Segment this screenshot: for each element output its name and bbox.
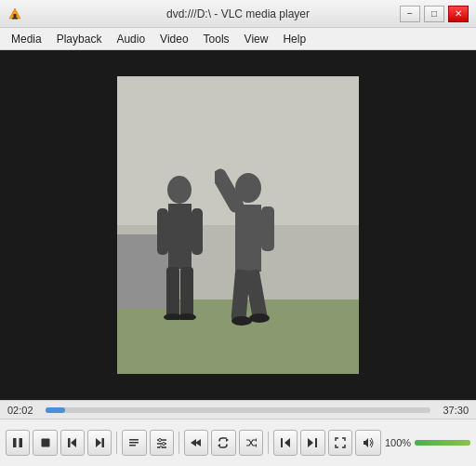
window-title: dvd:///D:\ - VLC media player: [166, 7, 310, 20]
maximize-button[interactable]: □: [424, 6, 444, 22]
current-time: 02:02: [7, 405, 40, 416]
svg-rect-7: [166, 267, 179, 318]
svg-marker-42: [284, 438, 290, 447]
extended-settings-button[interactable]: [150, 430, 174, 456]
svg-rect-8: [180, 267, 193, 318]
volume-button[interactable]: [355, 430, 381, 456]
controls-bar: 100%: [0, 419, 476, 465]
svg-marker-22: [71, 438, 76, 447]
svg-rect-19: [13, 438, 17, 447]
menu-view[interactable]: View: [237, 31, 276, 47]
fullscreen-button[interactable]: [328, 430, 352, 456]
svg-marker-36: [191, 439, 196, 446]
fullscreen-icon: [335, 437, 346, 448]
window-controls: − □ ✕: [400, 6, 469, 22]
svg-point-10: [178, 313, 196, 320]
prev-icon: [67, 437, 78, 448]
shuffle-button[interactable]: [239, 430, 263, 456]
svg-rect-5: [157, 208, 168, 255]
shuffle-icon: [245, 437, 257, 448]
svg-rect-23: [68, 438, 71, 447]
vlc-logo-icon: [7, 7, 22, 21]
svg-point-17: [231, 316, 252, 326]
next-icon: [94, 437, 105, 448]
svg-rect-14: [261, 206, 274, 251]
title-left: [7, 7, 22, 21]
svg-rect-43: [315, 438, 317, 447]
volume-bar[interactable]: [415, 440, 470, 446]
menu-playback[interactable]: Playback: [49, 31, 110, 47]
figure-left-svg: [150, 148, 210, 320]
rewind-icon: [191, 437, 202, 448]
svg-rect-27: [129, 442, 139, 444]
svg-rect-11: [235, 205, 261, 272]
svg-rect-28: [129, 445, 136, 446]
svg-point-30: [158, 438, 161, 441]
svg-marker-38: [218, 444, 220, 447]
rewind-button[interactable]: [184, 430, 208, 456]
pause-icon: [12, 437, 23, 448]
close-button[interactable]: ✕: [448, 6, 469, 22]
svg-rect-3: [168, 204, 192, 269]
svg-rect-2: [12, 18, 18, 20]
volume-label: 100%: [385, 437, 411, 448]
svg-rect-1: [14, 14, 17, 18]
minimize-button[interactable]: −: [400, 6, 420, 22]
menu-video[interactable]: Video: [152, 31, 195, 47]
svg-rect-21: [41, 438, 49, 446]
svg-rect-41: [281, 438, 283, 447]
total-time: 37:30: [436, 405, 469, 416]
svg-marker-39: [256, 438, 257, 442]
video-content: [0, 50, 476, 400]
separator-2: [178, 432, 179, 454]
title-bar: dvd:///D:\ - VLC media player − □ ✕: [0, 0, 476, 28]
play-pause-button[interactable]: [6, 430, 30, 456]
svg-marker-24: [96, 438, 101, 447]
svg-marker-40: [256, 444, 257, 447]
svg-rect-20: [20, 438, 23, 447]
figure-right-svg: [215, 140, 289, 326]
separator-3: [268, 432, 269, 454]
prev-chapter-button[interactable]: [60, 430, 85, 456]
svg-point-32: [162, 442, 165, 445]
stop-button[interactable]: [33, 430, 57, 456]
toggle-playlist-button[interactable]: [122, 430, 146, 456]
menu-media[interactable]: Media: [4, 31, 49, 47]
menu-bar: Media Playback Audio Video Tools View He…: [0, 28, 476, 50]
frame-back-icon: [280, 437, 291, 448]
svg-marker-37: [226, 438, 229, 442]
repeat-button[interactable]: [211, 430, 235, 456]
volume-fill: [415, 440, 470, 446]
svg-marker-44: [308, 438, 313, 447]
menu-audio[interactable]: Audio: [109, 31, 152, 47]
svg-rect-25: [102, 438, 105, 447]
frame-back-button[interactable]: [273, 430, 298, 456]
volume-section: 100%: [355, 430, 470, 456]
svg-point-4: [167, 176, 192, 204]
repeat-icon: [218, 437, 229, 448]
video-frame: [117, 76, 359, 374]
svg-point-18: [249, 313, 270, 323]
video-area: [0, 50, 476, 400]
progress-area: 02:02 37:30: [0, 400, 476, 419]
menu-tools[interactable]: Tools: [196, 31, 237, 47]
frame-fwd-icon: [307, 437, 318, 448]
separator-1: [116, 432, 117, 454]
playlist-icon: [128, 437, 139, 448]
settings-icon: [156, 437, 167, 448]
volume-icon: [363, 437, 374, 448]
svg-point-34: [159, 446, 162, 448]
svg-marker-45: [364, 438, 368, 447]
frame-fwd-button[interactable]: [300, 430, 324, 456]
svg-rect-26: [129, 439, 139, 441]
next-chapter-button[interactable]: [87, 430, 112, 456]
svg-rect-6: [192, 208, 203, 255]
progress-fill: [46, 407, 65, 413]
progress-bar[interactable]: [46, 407, 430, 413]
stop-icon: [40, 437, 51, 448]
menu-help[interactable]: Help: [275, 31, 313, 47]
